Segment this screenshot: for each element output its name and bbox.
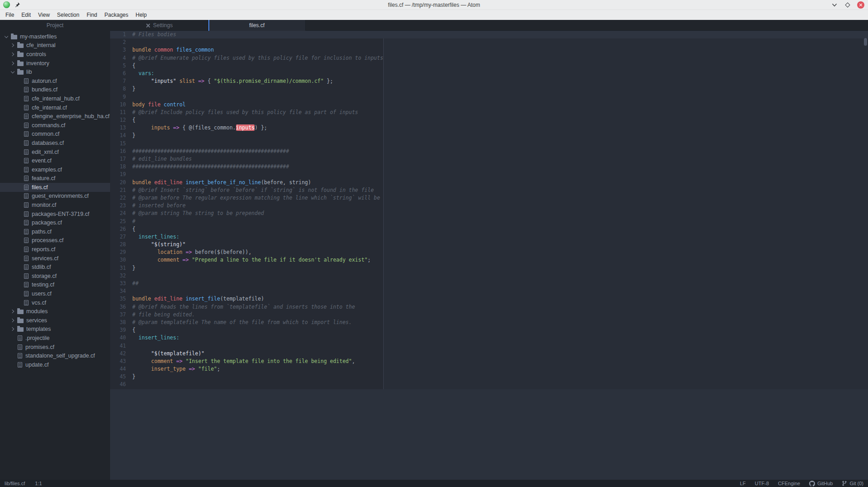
tree-item-paths-cf[interactable]: paths.cf (0, 227, 110, 236)
code-line-2[interactable]: 2 (110, 38, 868, 46)
code-line-46[interactable]: 46 (110, 381, 868, 388)
tree-item-guest-environments-cf[interactable]: guest_environments.cf (0, 192, 110, 201)
status-github[interactable]: GitHub (809, 481, 833, 487)
maximize-button[interactable] (844, 1, 851, 9)
tree-item-cfe-internal-cf[interactable]: cfe_internal.cf (0, 103, 110, 112)
code-line-28[interactable]: 28 "$(string)" (110, 241, 868, 248)
tree-item-reports-cf[interactable]: reports.cf (0, 245, 110, 254)
code-line-33[interactable]: 33## (110, 280, 868, 287)
text-editor[interactable]: 1# Files bodies23bundle common files_com… (110, 31, 868, 480)
status-line-ending[interactable]: LF (740, 481, 746, 486)
code-line-1[interactable]: 1# Files bodies (110, 31, 868, 38)
menu-view[interactable]: View (36, 11, 52, 19)
tree-item-standalone-self-upgrade-cf[interactable]: standalone_self_upgrade.cf (0, 351, 110, 360)
code-line-4[interactable]: 4# @brief Enumerate policy files used by… (110, 54, 868, 62)
code-line-43[interactable]: 43 comment => "Insert the template file … (110, 358, 868, 365)
tree-item-promises-cf[interactable]: promises.cf (0, 343, 110, 352)
menu-packages[interactable]: Packages (103, 11, 130, 19)
code-line-41[interactable]: 41 (110, 342, 868, 350)
tree-item-modules[interactable]: modules (0, 307, 110, 316)
status-cursor-position[interactable]: 1:1 (35, 481, 42, 486)
code-line-37[interactable]: 37# file being edited. (110, 311, 868, 319)
code-line-38[interactable]: 38# @param templatefile The name of the … (110, 319, 868, 326)
tree-item-testing-cf[interactable]: testing.cf (0, 281, 110, 290)
tree-item-cfe-internal-hub-cf[interactable]: cfe_internal_hub.cf (0, 94, 110, 103)
tree-item-examples-cf[interactable]: examples.cf (0, 165, 110, 174)
tree-item-packages-cf[interactable]: packages.cf (0, 218, 110, 227)
code-line-12[interactable]: 12{ (110, 116, 868, 124)
tree-item-packages-ent-3719-cf[interactable]: packages-ENT-3719.cf (0, 210, 110, 219)
code-line-6[interactable]: 6 vars: (110, 70, 868, 77)
code-line-13[interactable]: 13 inputs => { @(files_common.inputs) }; (110, 124, 868, 132)
code-line-44[interactable]: 44 insert_type => "file"; (110, 365, 868, 373)
tree-item-services-cf[interactable]: services.cf (0, 254, 110, 263)
tree-item-processes-cf[interactable]: processes.cf (0, 236, 110, 245)
code-line-17[interactable]: 17# edit_line bundles (110, 155, 868, 163)
tree-item-cfengine-enterprise-hub-ha-cf[interactable]: cfengine_enterprise_hub_ha.cf (0, 112, 110, 121)
code-line-19[interactable]: 19 (110, 171, 868, 178)
tree-item-inventory[interactable]: inventory (0, 59, 110, 68)
code-line-8[interactable]: 8} (110, 85, 868, 93)
tab-files-cf[interactable]: files.cf (208, 20, 306, 31)
menu-find[interactable]: Find (85, 11, 99, 19)
code-line-34[interactable]: 34 (110, 287, 868, 295)
status-file-path[interactable]: lib/files.cf (5, 481, 25, 486)
code-line-36[interactable]: 36# @brief Reads the lines from `templat… (110, 303, 868, 311)
tree-item-projectile[interactable]: .projectile (0, 334, 110, 343)
code-line-42[interactable]: 42 "$(templatefile)" (110, 350, 868, 358)
code-line-21[interactable]: 21# @brief Insert `string` before `befor… (110, 186, 868, 194)
code-line-22[interactable]: 22# @param before The regular expression… (110, 194, 868, 202)
code-line-23[interactable]: 23# inserted before (110, 202, 868, 210)
tree-item-stdlib-cf[interactable]: stdlib.cf (0, 263, 110, 272)
code-line-30[interactable]: 30 comment => "Prepend a line to the fil… (110, 256, 868, 264)
tree-item-common-cf[interactable]: common.cf (0, 130, 110, 139)
vertical-scrollbar-thumb[interactable] (864, 38, 867, 46)
tree-item-templates[interactable]: templates (0, 325, 110, 334)
code-line-25[interactable]: 25# (110, 218, 868, 225)
tree-item-files-cf[interactable]: files.cf (0, 183, 110, 192)
tree-item-lib[interactable]: lib (0, 67, 110, 76)
tree-item-monitor-cf[interactable]: monitor.cf (0, 201, 110, 210)
tree-item-vcs-cf[interactable]: vcs.cf (0, 298, 110, 307)
code-line-16[interactable]: 16######################################… (110, 148, 868, 155)
tree-item-users-cf[interactable]: users.cf (0, 289, 110, 298)
code-line-20[interactable]: 20bundle edit_line insert_before_if_no_l… (110, 179, 868, 186)
tree-item-commands-cf[interactable]: commands.cf (0, 121, 110, 130)
code-line-7[interactable]: 7 "inputs" slist => { "$(this.promise_di… (110, 77, 868, 85)
tree-item-bundles-cf[interactable]: bundles.cf (0, 86, 110, 95)
status-git[interactable]: Git (0) (842, 481, 863, 486)
code-line-29[interactable]: 29 location => before($(before)), (110, 248, 868, 256)
code-line-39[interactable]: 39{ (110, 326, 868, 334)
code-line-5[interactable]: 5{ (110, 62, 868, 70)
code-line-32[interactable]: 32 (110, 272, 868, 280)
tree-item-databases-cf[interactable]: databases.cf (0, 138, 110, 148)
code-line-11[interactable]: 11# @brief Include policy files used by … (110, 109, 868, 116)
code-line-14[interactable]: 14} (110, 132, 868, 139)
title-bar[interactable]: files.cf — /tmp/my-masterfiles — Atom ✕ (0, 0, 868, 10)
tree-item-update-cf[interactable]: update.cf (0, 360, 110, 369)
close-button[interactable]: ✕ (857, 1, 864, 9)
tree-item-controls[interactable]: controls (0, 50, 110, 59)
tree-item-storage-cf[interactable]: storage.cf (0, 272, 110, 281)
tree-item-edit-xml-cf[interactable]: edit_xml.cf (0, 148, 110, 157)
code-line-31[interactable]: 31} (110, 264, 868, 272)
code-line-10[interactable]: 10body file control (110, 101, 868, 109)
tree-item-my-masterfiles[interactable]: my-masterfiles (0, 32, 110, 41)
status-grammar[interactable]: CFEngine (778, 481, 800, 486)
tree-item-cfe-internal[interactable]: cfe_internal (0, 41, 110, 50)
status-encoding[interactable]: UTF-8 (755, 481, 769, 486)
menu-edit[interactable]: Edit (19, 11, 33, 19)
tree-item-services[interactable]: services (0, 316, 110, 325)
tree-item-autorun-cf[interactable]: autorun.cf (0, 76, 110, 86)
menu-file[interactable]: File (4, 11, 16, 19)
code-line-24[interactable]: 24# @param string The string to be prepe… (110, 210, 868, 217)
minimize-button[interactable] (831, 1, 838, 9)
tab-settings[interactable]: Settings (110, 20, 208, 31)
code-line-18[interactable]: 18######################################… (110, 163, 868, 171)
code-line-45[interactable]: 45} (110, 373, 868, 381)
tree-item-event-cf[interactable]: event.cf (0, 156, 110, 165)
code-line-9[interactable]: 9 (110, 93, 868, 101)
menu-help[interactable]: Help (134, 11, 149, 19)
code-line-15[interactable]: 15 (110, 140, 868, 148)
tree-item-feature-cf[interactable]: feature.cf (0, 174, 110, 183)
